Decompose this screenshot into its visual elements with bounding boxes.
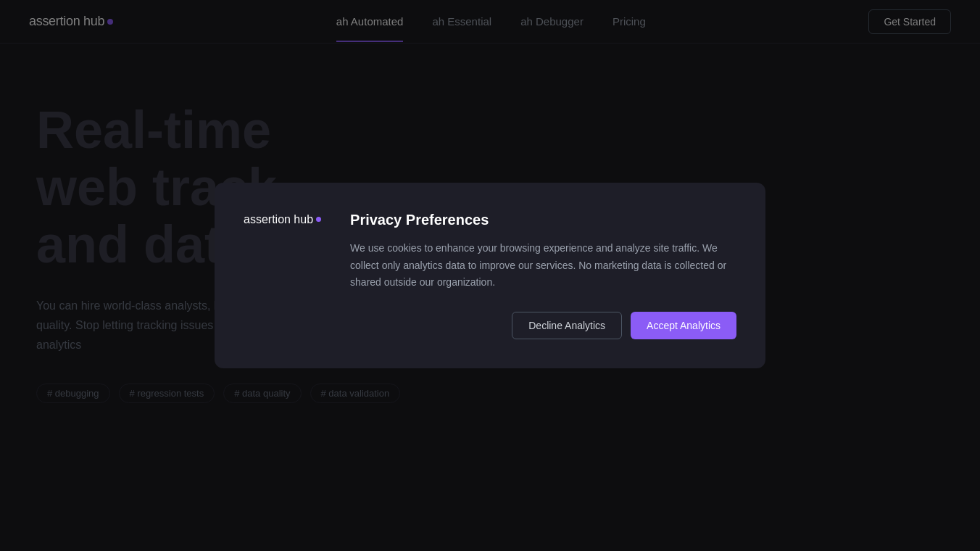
modal-logo: assertion hub — [244, 213, 321, 226]
modal-actions: Decline Analytics Accept Analytics — [350, 312, 736, 339]
decline-analytics-button[interactable]: Decline Analytics — [512, 312, 622, 339]
modal-logo-text: assertion hub — [244, 213, 313, 226]
modal-title: Privacy Preferences — [350, 212, 736, 228]
privacy-modal: assertion hub Privacy Preferences We use… — [215, 183, 765, 368]
modal-description: We use cookies to enhance your browsing … — [350, 240, 736, 291]
accept-analytics-button[interactable]: Accept Analytics — [631, 312, 736, 339]
modal-body: Privacy Preferences We use cookies to en… — [350, 212, 736, 339]
modal-logo-dot — [316, 217, 321, 222]
modal-overlay: assertion hub Privacy Preferences We use… — [0, 0, 980, 551]
